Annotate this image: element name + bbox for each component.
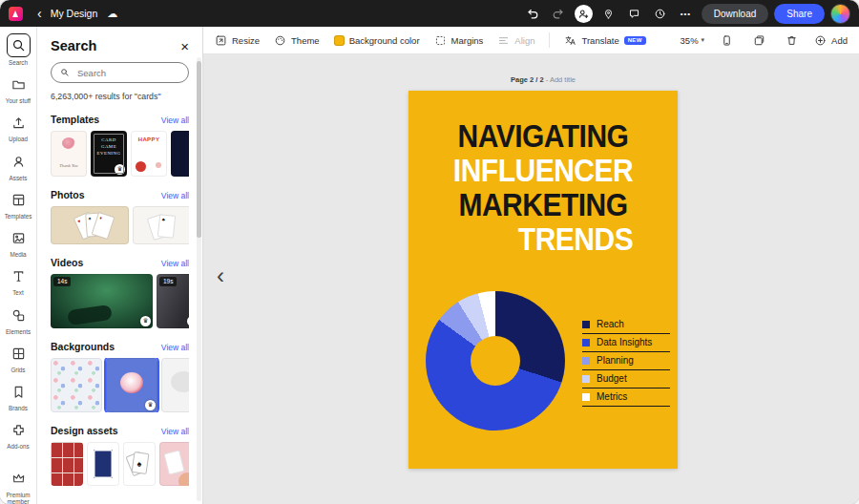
donut-chart[interactable] <box>426 291 565 430</box>
undo-icon <box>526 7 539 20</box>
poster-line[interactable]: TRENDS <box>441 220 710 259</box>
photo-thumbnail[interactable]: ♣ <box>133 206 189 244</box>
add-page-button[interactable]: Add <box>814 34 848 47</box>
align-icon <box>497 34 510 47</box>
comments-button[interactable] <box>624 4 644 24</box>
poster-line[interactable]: MARKETING <box>409 186 678 224</box>
backgrounds-view-all-link[interactable]: View all <box>161 343 189 352</box>
template-thumbnail[interactable] <box>171 131 189 177</box>
sidebar-item-upload[interactable]: Upload <box>0 112 36 142</box>
margins-button[interactable]: Margins <box>434 34 484 47</box>
theme-button[interactable]: Theme <box>274 34 320 47</box>
theme-palette-icon <box>274 34 286 47</box>
sidebar-item-add-ons[interactable]: Add-ons <box>0 419 36 450</box>
sidebar-item-label: Brands <box>9 405 28 411</box>
photos-view-all-link[interactable]: View all <box>161 191 189 200</box>
template-thumbnail[interactable]: Thank You <box>51 131 87 177</box>
legend-label: Budget <box>597 373 627 384</box>
section-title-design-assets: Design assets <box>51 425 118 436</box>
sidebar-item-text[interactable]: Text <box>0 265 36 296</box>
poster[interactable]: NAVIGATING INFLUENCER MARKETING TRENDS R… <box>409 91 678 469</box>
sidebar-item-assets[interactable]: Assets <box>0 151 36 181</box>
zoom-control[interactable]: 35% ▾ <box>681 35 705 46</box>
left-icon-rail: Search Your stuff Upload Assets Template… <box>0 27 37 504</box>
sidebar-item-media[interactable]: Media <box>0 227 36 258</box>
invite-collaborators-button[interactable] <box>575 5 593 23</box>
preview-device-button[interactable] <box>717 31 737 51</box>
templates-view-all-link[interactable]: View all <box>161 116 189 125</box>
more-options-button[interactable]: ••• <box>676 4 696 24</box>
align-button: Align <box>497 34 534 47</box>
close-icon[interactable]: × <box>180 39 189 53</box>
card-back <box>94 450 113 478</box>
results-count: 6,263,000+ results for "cards" <box>51 92 189 101</box>
background-thumbnail-selected[interactable]: ♛ <box>106 358 157 412</box>
back-chevron-icon[interactable]: ‹ <box>37 7 42 20</box>
search-icon <box>60 68 70 77</box>
playing-card <box>163 450 184 474</box>
legend-label: Reach <box>597 319 624 329</box>
legend-swatch <box>582 375 590 383</box>
design-assets-view-all-link[interactable]: View all <box>161 427 189 436</box>
sidebar-item-premium-member[interactable]: Premium member <box>0 468 36 504</box>
sidebar-item-grids[interactable]: Grids <box>0 343 36 373</box>
legend-item: Planning <box>582 352 670 370</box>
zoom-level: 35% <box>681 35 699 46</box>
undo-button[interactable] <box>523 4 543 24</box>
page-indicator[interactable]: Page 2 / 2 - Add title <box>511 75 576 84</box>
background-color-button[interactable]: Background color <box>334 35 420 46</box>
template-caption: Thank You <box>51 163 87 168</box>
add-title-label[interactable]: - Add title <box>546 75 576 84</box>
duplicate-page-button[interactable] <box>749 31 769 51</box>
location-pin-button[interactable] <box>598 4 618 24</box>
sidebar-item-templates[interactable]: Templates <box>0 189 36 220</box>
flower-illustration <box>120 372 143 393</box>
location-pin-icon <box>602 8 615 20</box>
template-thumbnail[interactable]: Card Game Evening ♛ <box>91 131 127 177</box>
design-assets-row: ♠ <box>51 442 189 486</box>
templates-grid-icon <box>8 189 30 211</box>
media-image-icon <box>8 227 30 249</box>
resize-button[interactable]: Resize <box>215 34 260 47</box>
user-avatar[interactable] <box>830 4 850 24</box>
share-button[interactable]: Share <box>774 4 825 24</box>
sidebar-item-label: Media <box>10 251 26 258</box>
previous-page-button[interactable]: ‹ <box>217 264 224 287</box>
translate-button[interactable]: Translate NEW <box>564 34 645 47</box>
video-thumbnail[interactable]: 14s ♛ <box>51 274 153 328</box>
video-thumbnail[interactable]: 19s ♛ <box>157 274 189 328</box>
sidebar-item-your-stuff[interactable]: Your stuff <box>0 74 36 104</box>
template-thumbnail[interactable]: HAPPY <box>131 131 167 177</box>
download-button[interactable]: Download <box>702 4 768 24</box>
chevron-down-icon: ▾ <box>702 36 705 44</box>
design-asset-thumbnail[interactable] <box>87 442 119 486</box>
sidebar-item-label: Text <box>12 289 24 296</box>
panel-scrollbar-thumb[interactable] <box>197 61 201 238</box>
design-asset-thumbnail[interactable]: ♠ <box>123 442 156 486</box>
design-asset-thumbnail[interactable] <box>159 442 189 486</box>
poster-title-block[interactable]: NAVIGATING INFLUENCER MARKETING TRENDS <box>409 91 678 257</box>
videos-view-all-link[interactable]: View all <box>161 259 189 268</box>
sidebar-item-elements[interactable]: Elements <box>0 304 36 335</box>
background-thumbnail[interactable] <box>51 358 102 412</box>
sidebar-item-label: Templates <box>5 213 32 220</box>
version-history-button[interactable] <box>650 4 670 24</box>
panel-scrollbar <box>197 57 201 501</box>
poster-line[interactable]: NAVIGATING <box>409 117 678 156</box>
chart-legend[interactable]: Reach Data Insights Planning Budget Metr… <box>582 316 670 407</box>
poster-line[interactable]: INFLUENCER <box>409 152 678 190</box>
redo-icon <box>552 7 565 20</box>
tool-label: Translate <box>581 35 618 46</box>
background-thumbnail[interactable] <box>161 358 189 412</box>
playing-card: ♣ <box>157 214 176 239</box>
adobe-express-logo-icon[interactable] <box>9 7 23 21</box>
photo-thumbnail[interactable]: ♥ ♠ ♦ <box>51 206 129 244</box>
sidebar-item-search[interactable]: Search <box>0 33 36 66</box>
backgrounds-row: ♛ <box>51 358 189 412</box>
redo-button[interactable] <box>549 4 569 24</box>
delete-page-button[interactable] <box>782 31 802 51</box>
design-asset-thumbnail[interactable] <box>51 442 83 486</box>
search-input[interactable] <box>75 67 179 79</box>
document-title[interactable]: My Design <box>51 8 98 19</box>
sidebar-item-brands[interactable]: Brands <box>0 381 36 411</box>
